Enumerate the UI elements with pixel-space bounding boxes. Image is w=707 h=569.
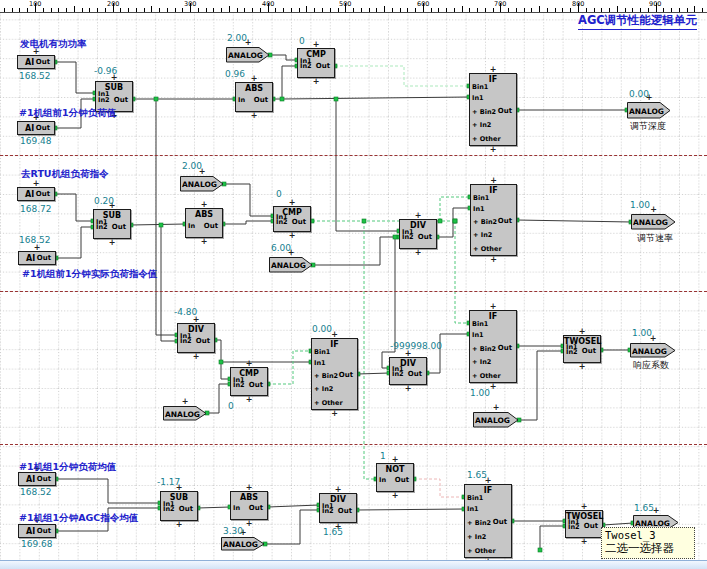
value-readout: 6.00: [271, 243, 291, 253]
block-twosel-2[interactable]: TWOSELIn1In2Out: [565, 510, 603, 538]
input-pin-in2: In2: [233, 381, 245, 389]
input-pin-bin1: Bin1: [473, 194, 489, 202]
block-if-3[interactable]: IFBin1In1Bin2In2OtherOut: [311, 338, 358, 410]
analog-constant-const-row3[interactable]: ANALOG: [163, 406, 207, 421]
ruler-tick: [485, 8, 486, 12]
value-readout: 0: [228, 401, 234, 411]
block-cmp-2[interactable]: CMPIn1In2Out: [273, 206, 311, 232]
value-readout: 1.65: [467, 470, 487, 480]
output-pin: Out: [114, 96, 128, 104]
connection-pin: [280, 97, 284, 101]
tooltip-block-name: Twosel_3: [605, 529, 691, 541]
input-pin-in2: In2: [98, 96, 110, 104]
ai-block-ai-actual-cmd[interactable]: AIOut: [18, 251, 56, 265]
value-readout: 0: [299, 36, 305, 46]
connection-pin: [219, 360, 223, 364]
value-readout: 168.72: [20, 204, 52, 214]
annotation-label: 发电机有功功率: [20, 38, 87, 51]
analog-output-analog-out-rate[interactable]: ANALOG: [631, 214, 676, 230]
annotation-label: #1机组前1分钟实际负荷指令值: [22, 268, 157, 281]
analog-output-analog-out-coef[interactable]: ANALOG: [630, 343, 676, 358]
ruler-tick: [353, 8, 354, 12]
block-div-5[interactable]: DIVIn1In2Out: [319, 493, 357, 523]
ruler-tick: [601, 8, 602, 12]
ruler-label: 700: [494, 0, 506, 8]
ai-block-ai-rtu-cmd[interactable]: AIOut: [17, 187, 55, 201]
value-readout: 168.52: [20, 487, 52, 497]
ruler-tick: [198, 8, 199, 12]
ruler-tick: [625, 8, 626, 12]
connection-pin: [362, 219, 366, 223]
ruler-tick: [237, 8, 238, 12]
block-twosel-1[interactable]: TWOSELIn1In2Out: [563, 335, 601, 363]
ruler-label: 100: [29, 0, 41, 8]
input-pin-in2: In2: [276, 218, 288, 226]
output-pin: Out: [112, 223, 126, 231]
block-if-4[interactable]: IFBin1In1Bin2In2OtherOut: [469, 310, 517, 383]
ruler-tick: [617, 6, 618, 12]
block-div-2[interactable]: DIVIn1In2Out: [399, 219, 437, 249]
block-abs-3[interactable]: ABSInOut: [230, 491, 268, 520]
ruler-tick: [663, 8, 664, 12]
value-readout: -4.80: [174, 307, 197, 317]
ai-block-ai-load-avg[interactable]: AIOut: [18, 472, 56, 486]
block-if-2[interactable]: IFBin1In1Bin2In2OtherOut: [470, 184, 517, 256]
block-cmp-3[interactable]: CMPIn1In2Out: [230, 367, 268, 396]
output-pin: Out: [179, 505, 193, 513]
ruler-tick: [221, 8, 222, 12]
value-readout: 2.00: [182, 161, 202, 171]
ai-block-ai-agc-avg[interactable]: AIOut: [18, 524, 56, 538]
ruler-tick: [4, 8, 5, 12]
analog-output-analog-out-depth[interactable]: ANALOG: [627, 102, 671, 119]
block-div-4[interactable]: DIVIn1In2Out: [389, 357, 427, 385]
block-abs-2[interactable]: ABSInOut: [185, 208, 223, 238]
ruler-tick: [89, 8, 90, 12]
analog-label: ANALOG: [223, 540, 254, 549]
value-readout: 3.30: [223, 526, 243, 536]
output-pin: Out: [316, 62, 330, 70]
analog-constant-const-2-00-a[interactable]: ANALOG: [226, 47, 270, 63]
connection-pin: [334, 97, 338, 101]
ruler-tick: [679, 8, 680, 12]
block-title: ABS: [231, 493, 267, 502]
ai-out-pin: Out: [36, 190, 50, 198]
ruler-tick: [167, 8, 168, 12]
block-abs-1[interactable]: ABSInOut: [235, 82, 273, 112]
tooltip-block-desc: 二选一选择器: [605, 541, 691, 556]
block-not-1[interactable]: NOTInOut: [376, 463, 414, 492]
diagram-canvas[interactable]: AGC调节性能逻辑单元 AIOut168.52发电机有功功率AIOut169.4…: [0, 0, 707, 569]
ruler-tick: [229, 6, 230, 12]
output-pin: Out: [249, 504, 263, 512]
connection-pin: [393, 235, 397, 239]
input-pin-bin1: Bin1: [472, 320, 488, 328]
input-pin-in2: In2: [96, 223, 108, 231]
annotation-label: 调节速率: [637, 232, 673, 245]
ruler-tick: [330, 8, 331, 12]
ai-block-ai-gen-power[interactable]: AIOut: [17, 55, 55, 69]
ruler-tick: [400, 8, 401, 12]
block-sub-2[interactable]: SUBIn1In2Out: [93, 209, 131, 239]
block-if-5[interactable]: IFBin1In1Bin2In2OtherOut: [464, 484, 512, 558]
block-div-3[interactable]: DIVIn1In2Out: [177, 323, 215, 353]
analog-constant-const-1-00[interactable]: ANALOG: [473, 412, 519, 428]
input-pin-in2: In2: [163, 505, 175, 513]
ruler-tick: [97, 8, 98, 12]
ruler-tick: [384, 6, 385, 12]
analog-constant-const-6-00[interactable]: ANALOG: [269, 257, 313, 273]
analog-label: ANALOG: [228, 51, 259, 60]
block-if-1[interactable]: IFBin1In1Bin2In2OtherOut: [469, 73, 517, 146]
ruler-tick: [640, 8, 641, 12]
connection-pin: [438, 219, 442, 223]
ai-out-pin: Out: [37, 527, 51, 535]
block-cmp-1[interactable]: CMPIn1In2Out: [297, 48, 335, 78]
value-readout: 0.20: [94, 196, 114, 206]
horizontal-scrollbar[interactable]: [0, 560, 707, 569]
analog-constant-const-3-30[interactable]: ANALOG: [221, 537, 265, 551]
diagram-title: AGC调节性能逻辑单元: [578, 13, 697, 30]
ai-block-ai-load-1min[interactable]: AIOut: [17, 121, 55, 135]
annotation-label: #1机组1分钟负荷均值: [19, 461, 116, 474]
analog-constant-const-2-00-b[interactable]: ANALOG: [180, 176, 224, 192]
block-sub-3[interactable]: SUBIn1In2Out: [160, 491, 198, 521]
ruler-tick: [369, 8, 370, 12]
block-title: ABS: [186, 210, 222, 219]
